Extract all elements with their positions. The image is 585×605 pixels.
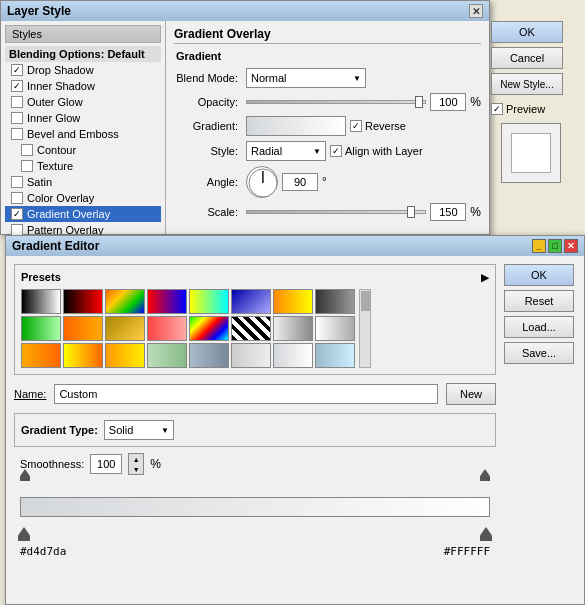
- inner-shadow-checkbox[interactable]: [11, 80, 23, 92]
- preset-item-8[interactable]: [21, 316, 61, 341]
- preset-item-7[interactable]: [315, 289, 355, 314]
- bevel-emboss-label: Bevel and Emboss: [27, 128, 119, 140]
- gradient-type-dropdown[interactable]: Solid: [104, 420, 174, 440]
- preset-item-16[interactable]: [21, 343, 61, 368]
- preset-item-3[interactable]: [147, 289, 187, 314]
- preset-item-4[interactable]: [189, 289, 229, 314]
- texture-checkbox[interactable]: [21, 160, 33, 172]
- gradient-overlay-checkbox[interactable]: [11, 208, 23, 220]
- blending-options-item[interactable]: Blending Options: Default: [5, 46, 161, 62]
- align-layer-text: Align with Layer: [345, 145, 423, 157]
- ok-button[interactable]: OK: [491, 21, 563, 43]
- angle-row: Angle: °: [174, 166, 481, 198]
- layer-style-titlebar: Layer Style ✕: [1, 1, 489, 21]
- preset-item-23[interactable]: [315, 343, 355, 368]
- ge-reset-button[interactable]: Reset: [504, 290, 574, 312]
- name-label: Name:: [14, 388, 46, 400]
- gradient-overlay-panel: Gradient Overlay Gradient Blend Mode: No…: [166, 21, 489, 234]
- cancel-button[interactable]: Cancel: [491, 47, 563, 69]
- color-stop-left[interactable]: [18, 527, 30, 541]
- maximize-icon[interactable]: □: [548, 239, 562, 253]
- ge-load-button[interactable]: Load...: [504, 316, 574, 338]
- inner-shadow-item[interactable]: Inner Shadow: [5, 78, 161, 94]
- preset-item-5[interactable]: [231, 289, 271, 314]
- texture-item[interactable]: Texture: [5, 158, 161, 174]
- opacity-unit: %: [470, 95, 481, 109]
- minimize-icon[interactable]: _: [532, 239, 546, 253]
- gradient-bar[interactable]: [20, 497, 490, 517]
- presets-grid: [21, 289, 355, 368]
- color-overlay-checkbox[interactable]: [11, 192, 23, 204]
- drop-shadow-item[interactable]: Drop Shadow: [5, 62, 161, 78]
- outer-glow-checkbox[interactable]: [11, 96, 23, 108]
- smoothness-row: Smoothness: ▲ ▼ %: [14, 453, 496, 481]
- left-stop-color: #d4d7da: [20, 545, 66, 558]
- smoothness-stepper[interactable]: ▲ ▼: [128, 453, 144, 475]
- reverse-checkbox[interactable]: [350, 120, 362, 132]
- satin-checkbox[interactable]: [11, 176, 23, 188]
- angle-degree: °: [322, 175, 327, 189]
- gradient-preview[interactable]: [246, 116, 346, 136]
- styles-panel-title[interactable]: Styles: [5, 25, 161, 43]
- preset-item-19[interactable]: [147, 343, 187, 368]
- color-stop-right[interactable]: [480, 527, 492, 541]
- preset-item-2[interactable]: [105, 289, 145, 314]
- bevel-emboss-checkbox[interactable]: [11, 128, 23, 140]
- presets-label: Presets: [21, 271, 61, 283]
- color-overlay-item[interactable]: Color Overlay: [5, 190, 161, 206]
- stepper-down[interactable]: ▼: [129, 464, 143, 474]
- align-layer-checkbox[interactable]: [330, 145, 342, 157]
- preset-item-17[interactable]: [63, 343, 103, 368]
- angle-input[interactable]: [282, 173, 318, 191]
- angle-dial[interactable]: [246, 166, 278, 198]
- preset-item-21[interactable]: [231, 343, 271, 368]
- preset-item-11[interactable]: [147, 316, 187, 341]
- scale-input[interactable]: [430, 203, 466, 221]
- preset-item-13[interactable]: [231, 316, 271, 341]
- inner-glow-item[interactable]: Inner Glow: [5, 110, 161, 126]
- blend-mode-label: Blend Mode:: [174, 72, 242, 84]
- preset-item-10[interactable]: [105, 316, 145, 341]
- opacity-slider[interactable]: [246, 100, 426, 104]
- preset-item-14[interactable]: [273, 316, 313, 341]
- contour-checkbox[interactable]: [21, 144, 33, 156]
- bevel-emboss-item[interactable]: Bevel and Emboss: [5, 126, 161, 142]
- ge-save-button[interactable]: Save...: [504, 342, 574, 364]
- close-icon[interactable]: ✕: [469, 4, 483, 18]
- drop-shadow-label: Drop Shadow: [27, 64, 94, 76]
- preset-item-1[interactable]: [63, 289, 103, 314]
- scale-slider[interactable]: [246, 210, 426, 214]
- ge-ok-button[interactable]: OK: [504, 264, 574, 286]
- drop-shadow-checkbox[interactable]: [11, 64, 23, 76]
- gradient-overlay-item[interactable]: Gradient Overlay: [5, 206, 161, 222]
- preset-item-18[interactable]: [105, 343, 145, 368]
- scale-row: Scale: %: [174, 203, 481, 221]
- preset-item-12[interactable]: [189, 316, 229, 341]
- outer-glow-item[interactable]: Outer Glow: [5, 94, 161, 110]
- new-gradient-button[interactable]: New: [446, 383, 496, 405]
- style-dropdown[interactable]: Radial: [246, 141, 326, 161]
- preset-item-0[interactable]: [21, 289, 61, 314]
- preview-checkbox[interactable]: [491, 103, 503, 115]
- texture-label: Texture: [37, 160, 73, 172]
- preset-item-20[interactable]: [189, 343, 229, 368]
- satin-item[interactable]: Satin: [5, 174, 161, 190]
- align-layer-label: Align with Layer: [330, 145, 423, 157]
- opacity-input[interactable]: [430, 93, 466, 111]
- name-input[interactable]: [54, 384, 438, 404]
- preset-item-22[interactable]: [273, 343, 313, 368]
- scale-unit: %: [470, 205, 481, 219]
- preset-item-9[interactable]: [63, 316, 103, 341]
- presets-expand-icon[interactable]: ▶: [481, 272, 489, 283]
- close-icon-gradient[interactable]: ✕: [564, 239, 578, 253]
- contour-item[interactable]: Contour: [5, 142, 161, 158]
- inner-glow-checkbox[interactable]: [11, 112, 23, 124]
- blend-mode-dropdown[interactable]: Normal: [246, 68, 366, 88]
- opacity-slider-container: %: [246, 93, 481, 111]
- presets-scrollbar[interactable]: [359, 289, 371, 368]
- preset-item-15[interactable]: [315, 316, 355, 341]
- preset-item-6[interactable]: [273, 289, 313, 314]
- smoothness-input[interactable]: [90, 454, 122, 474]
- stepper-up[interactable]: ▲: [129, 454, 143, 464]
- new-style-button[interactable]: New Style...: [491, 73, 563, 95]
